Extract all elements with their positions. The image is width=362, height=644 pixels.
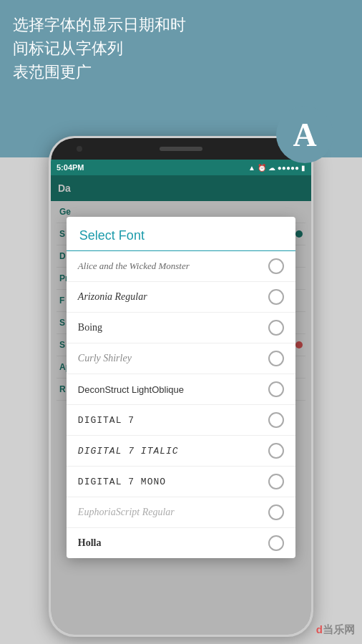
font-item-arizonia[interactable]: Arizonia Regular (67, 282, 295, 313)
watermark-prefix: d (316, 623, 323, 635)
font-name-alice: Alice and the Wicked Monster (78, 260, 268, 272)
radio-boing[interactable] (268, 320, 284, 336)
radio-holla[interactable] (268, 535, 284, 551)
radio-arizonia[interactable] (268, 289, 284, 305)
dialog-title: Select Font (67, 217, 295, 251)
battery-icon: ▮ (301, 164, 305, 172)
font-item-holla[interactable]: Holla (67, 528, 295, 558)
font-name-decon: DeconStruct LightOblique (78, 384, 268, 395)
alarm-icon: ▲ (248, 164, 255, 172)
font-preview-letter: A (293, 116, 316, 154)
font-name-curly: Curly Shirley (78, 353, 268, 364)
radio-digital7mono[interactable] (268, 474, 284, 489)
font-name-digital7mono: DIGITAL 7 MONO (78, 477, 268, 487)
description-content: 选择字体的显示日期和时 间标记从字体列 表范围更广 (13, 16, 186, 81)
wifi-icon: ☁ (268, 164, 275, 172)
font-item-digital7italic[interactable]: DIGITAL 7 ITALIC (67, 436, 295, 467)
status-icons: ▲ ⏰ ☁ ●●●●● ▮ (248, 164, 305, 172)
radio-decon[interactable] (268, 381, 284, 397)
font-name-digital7italic: DIGITAL 7 ITALIC (78, 446, 268, 457)
font-item-euphoria[interactable]: EuphoriaScript Regular (67, 497, 295, 528)
radio-euphoria[interactable] (268, 504, 284, 520)
radio-alice[interactable] (268, 258, 284, 274)
phone-camera (77, 146, 82, 152)
font-name-euphoria: EuphoriaScript Regular (78, 507, 268, 518)
radio-curly[interactable] (268, 351, 284, 366)
modal-overlay[interactable]: Select Font Alice and the Wicked Monster… (51, 175, 311, 637)
app-background: Da Ge S O D 10 Pr F 1.8 (51, 175, 311, 637)
status-time: 5:04PM (57, 163, 84, 172)
radio-digital7italic[interactable] (268, 443, 284, 459)
font-item-digital7[interactable]: DIGITAL 7 (67, 405, 295, 436)
page-watermark: d当乐网 (316, 623, 355, 637)
font-item-curly[interactable]: Curly Shirley (67, 343, 295, 374)
radio-digital7[interactable] (268, 412, 284, 428)
signal-icon: ●●●●● (278, 164, 299, 172)
font-name-digital7: DIGITAL 7 (78, 415, 268, 426)
font-item-alice[interactable]: Alice and the Wicked Monster (67, 251, 295, 282)
font-item-digital7mono[interactable]: DIGITAL 7 MONO (67, 467, 295, 497)
font-name-arizonia: Arizonia Regular (78, 291, 268, 303)
phone-top-bar (51, 138, 311, 160)
font-item-decon[interactable]: DeconStruct LightOblique (67, 374, 295, 405)
power-button (311, 210, 313, 253)
watermark-text: 当乐网 (323, 623, 355, 635)
font-preview-circle: A (276, 106, 333, 163)
font-item-boing[interactable]: Boing (67, 313, 295, 343)
font-list[interactable]: Alice and the Wicked Monster Arizonia Re… (67, 251, 295, 558)
font-select-dialog: Select Font Alice and the Wicked Monster… (67, 217, 295, 558)
clock-icon: ⏰ (258, 164, 266, 172)
font-name-holla: Holla (78, 537, 268, 549)
status-bar: 5:04PM ▲ ⏰ ☁ ●●●●● ▮ (51, 160, 311, 175)
phone-speaker (160, 147, 202, 151)
phone-frame: 5:04PM ▲ ⏰ ☁ ●●●●● ▮ Da Ge S O D 10 (49, 136, 313, 637)
description-text: 选择字体的显示日期和时 间标记从字体列 表范围更广 (13, 13, 186, 84)
font-name-boing: Boing (78, 322, 268, 333)
